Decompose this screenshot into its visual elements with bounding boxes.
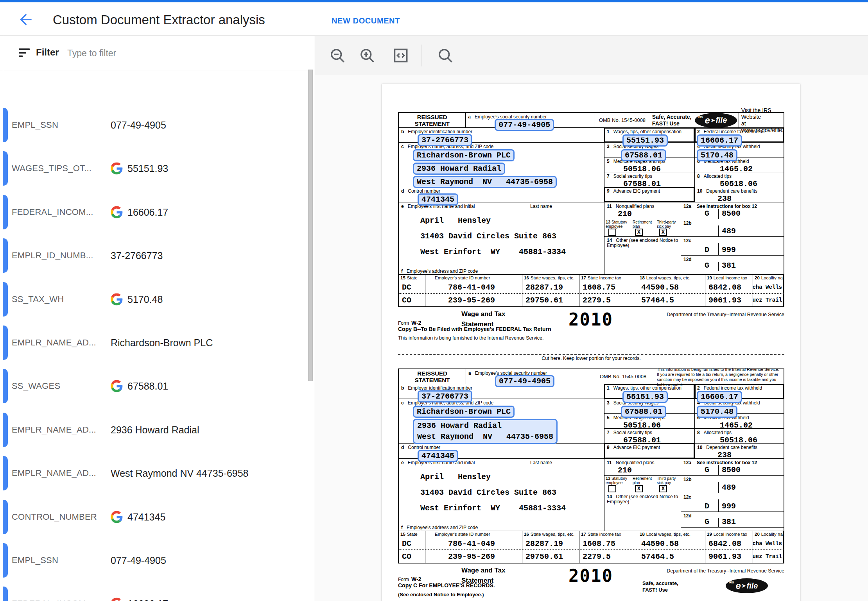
box-11-nonqualified: 11Nonqualified plans 210 bbox=[604, 202, 681, 219]
field-row[interactable]: EMPL_SSN 077-49-4905 bbox=[0, 543, 314, 578]
toolbar-divider bbox=[421, 45, 421, 66]
box-12c: 12c D 999 bbox=[681, 493, 784, 512]
field-label: EMPLR_NAME_AD... bbox=[12, 468, 96, 478]
back-button[interactable] bbox=[17, 11, 34, 28]
field-label: CONTROL_NUMBER bbox=[12, 512, 97, 522]
reissued-statement: REISSUEDSTATEMENT bbox=[399, 369, 466, 384]
field-indicator-bar bbox=[3, 500, 8, 534]
field-row[interactable]: SS_TAX_WH 5170.48 bbox=[0, 282, 314, 317]
field-indicator-bar bbox=[3, 587, 8, 601]
code-view-button[interactable] bbox=[392, 47, 409, 64]
state-tax-col: 17State income tax 1608.75 2279.5 bbox=[579, 531, 638, 563]
field-row[interactable]: EMPLR_NAME_AD... 2936 Howard Radial bbox=[0, 413, 314, 447]
retirement-checkbox[interactable]: X bbox=[635, 229, 643, 236]
box-7-ss-tips: 7Social security tips 67588.01 bbox=[604, 429, 695, 444]
list-scrollbar[interactable] bbox=[308, 70, 313, 381]
header-right: OMB No. 1545-0008 This information is be… bbox=[595, 369, 784, 384]
new-document-button[interactable]: NEW DOCUMENT bbox=[332, 16, 400, 25]
zoom-in-button[interactable] bbox=[359, 47, 376, 64]
ssn-highlight[interactable]: 077-49-4905 bbox=[495, 119, 554, 131]
field-value: 67588.01 bbox=[111, 380, 168, 392]
field-row[interactable]: EMPLR_ID_NUMB... 37-2766773 bbox=[0, 238, 314, 273]
box-12a: 12aSee instructions for box 12 G 8500 bbox=[681, 202, 784, 219]
box-a-ssn: aEmployee's social security number 077-4… bbox=[466, 369, 595, 384]
zoom-out-button[interactable] bbox=[329, 47, 346, 64]
retirement-checkbox[interactable]: X bbox=[635, 485, 643, 492]
field-indicator-bar bbox=[3, 151, 8, 186]
box-8-allocated-tips: 8Allocated tips 50518.06 bbox=[695, 429, 784, 444]
field-label: SS_WAGES bbox=[12, 381, 60, 391]
google-g-icon bbox=[111, 511, 123, 523]
local-tax-col: 19Local income tax 6842.08 9061.93 bbox=[705, 531, 753, 563]
viewer-toolbar bbox=[315, 36, 868, 75]
employee-street: 31403 David Circles Suite 863 bbox=[420, 231, 556, 241]
locality-col: 20Locality name Rocha Wells Rodriguez Tr… bbox=[753, 275, 784, 306]
ein-highlight[interactable]: 37-2766773 bbox=[418, 390, 472, 402]
extraction-panel: Filter EMPL_SSN 077-49-4905 WAGES_TIPS_O… bbox=[0, 36, 314, 601]
field-value: 2936 Howard Radial bbox=[111, 424, 199, 436]
box-10-dependent-care: 10Dependent care benefits 238 bbox=[695, 444, 784, 458]
copy-designation: Copy C For EMPLOYEE'S RECORDS. bbox=[398, 582, 495, 588]
box-13-checkboxes: 13 Statutoryemployee Retirementplan Thir… bbox=[604, 476, 681, 493]
treasury-text: Department of the Treasury--Internal Rev… bbox=[667, 312, 784, 317]
thirdparty-checkbox[interactable]: X bbox=[659, 229, 667, 236]
document-search-button[interactable] bbox=[437, 47, 454, 64]
tax-year: 2010 bbox=[569, 309, 613, 329]
field-row[interactable]: FEDERAL_INCOM... 16606.17 bbox=[0, 587, 314, 601]
field-row[interactable]: EMPLR_NAME_AD... West Raymond NV 44735-6… bbox=[0, 456, 314, 490]
field-value: Richardson-Brown PLC bbox=[111, 337, 213, 349]
field-indicator-bar bbox=[3, 456, 8, 490]
document-canvas[interactable]: REISSUEDSTATEMENT aEmployee's social sec… bbox=[315, 75, 868, 601]
zoom-out-icon bbox=[329, 47, 346, 64]
box-1-wages: 1Wages, tips, other compensation 55151.9… bbox=[604, 384, 695, 399]
google-g-icon bbox=[111, 163, 123, 175]
employer-address-group[interactable]: 2936 Howard Radial West Raymond NV 44735… bbox=[413, 419, 558, 444]
zoom-in-icon bbox=[359, 47, 376, 64]
state-local-table: 15State DC CO Employer's state ID number… bbox=[399, 531, 784, 563]
filter-input[interactable] bbox=[67, 45, 278, 62]
field-value-text: West Raymond NV 44735-6958 bbox=[111, 468, 249, 479]
field-label: EMPLR_NAME_AD... bbox=[12, 338, 96, 348]
box-c-employer: cEmployer's name, address, and ZIP code … bbox=[399, 399, 604, 443]
field-row[interactable]: SS_WAGES 67588.01 bbox=[0, 369, 314, 403]
field-row[interactable]: EMPL_SSN 077-49-4905 bbox=[0, 108, 314, 142]
state-id-col: Employer's state ID number 786-41-049 23… bbox=[425, 531, 522, 563]
employee-name: April Hensley bbox=[420, 216, 491, 225]
statutory-checkbox[interactable] bbox=[608, 485, 616, 492]
box-12c: 12c D 999 bbox=[681, 237, 784, 256]
thirdparty-checkbox[interactable]: X bbox=[659, 485, 667, 492]
omb-number: OMB No. 1545-0008 bbox=[594, 117, 652, 123]
control-highlight[interactable]: 4741345 bbox=[418, 450, 458, 462]
field-value: West Raymond NV 44735-6958 bbox=[111, 468, 249, 479]
field-row[interactable]: CONTROL_NUMBER 4741345 bbox=[0, 500, 314, 534]
box-d-control: dControl number 4741345 bbox=[399, 444, 604, 458]
local-wages-col: 18Local wages, tips, etc. 44590.58 57464… bbox=[638, 275, 705, 306]
field-value: 5170.48 bbox=[111, 293, 163, 306]
field-label: EMPL_SSN bbox=[12, 120, 58, 130]
row-divider bbox=[399, 293, 784, 294]
ein-highlight[interactable]: 37-2766773 bbox=[418, 134, 472, 146]
efile-logo: IRSe ➤file bbox=[726, 578, 768, 593]
box-12b: 12b 489 bbox=[681, 219, 784, 237]
w2-footer: FormW-2 Wage and TaxStatement 2010 Depar… bbox=[398, 307, 784, 354]
statutory-checkbox[interactable] bbox=[608, 229, 616, 236]
document-page: REISSUEDSTATEMENT aEmployee's social sec… bbox=[382, 84, 800, 601]
field-label: FEDERAL_INCOM... bbox=[12, 599, 93, 601]
local-wages-col: 18Local wages, tips, etc. 44590.58 57464… bbox=[638, 531, 705, 563]
filter-bar: Filter bbox=[0, 36, 314, 70]
efile-arrow-icon: ➤ bbox=[741, 582, 746, 589]
efile-arrow-icon: ➤ bbox=[710, 117, 716, 124]
ssn-highlight[interactable]: 077-49-4905 bbox=[495, 375, 554, 387]
field-list: EMPL_SSN 077-49-4905 WAGES_TIPS_OT... 55… bbox=[0, 106, 314, 601]
copy-note: This information is being furnished to t… bbox=[398, 335, 543, 341]
visit-irs-text: Visit the IRS Websiteat www.irs.gov/efil… bbox=[739, 113, 784, 127]
field-row[interactable]: WAGES_TIPS_OT... 55151.93 bbox=[0, 151, 314, 186]
control-highlight[interactable]: 4741345 bbox=[418, 193, 458, 206]
w2-footer: FormW-2 Wage and TaxStatement 2010 Depar… bbox=[398, 563, 784, 601]
google-g-icon bbox=[111, 206, 123, 218]
box-d-control: dControl number 4741345 bbox=[399, 187, 604, 202]
state-tax-col: 17State income tax 1608.75 2279.5 bbox=[579, 275, 638, 306]
field-row[interactable]: FEDERAL_INCOM... 16606.17 bbox=[0, 195, 314, 229]
treasury-text: Department of the Treasury--Internal Rev… bbox=[667, 568, 784, 574]
field-row[interactable]: EMPLR_NAME_AD... Richardson-Brown PLC bbox=[0, 326, 314, 360]
